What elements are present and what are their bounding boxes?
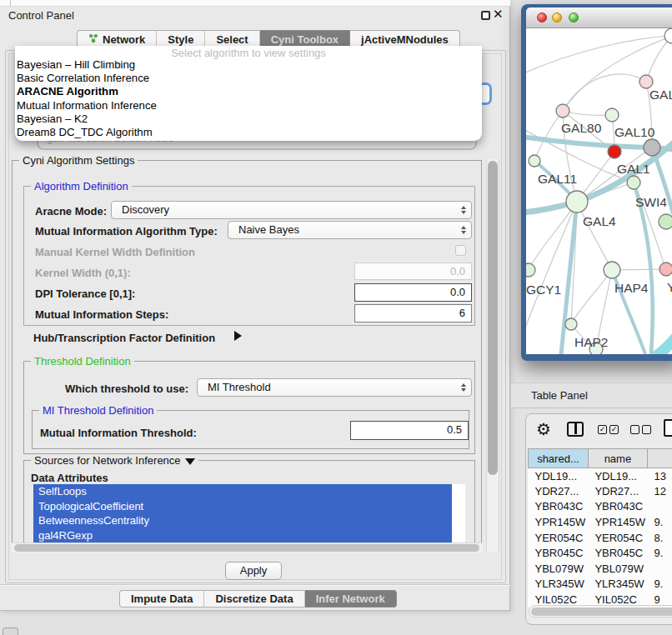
panel-top-notch — [10, 0, 11, 7]
updown-arrows-icon — [461, 383, 466, 392]
table-row[interactable]: YBL079WYBL079W — [529, 561, 672, 577]
table-row[interactable]: YBR045CYBR045C9. — [529, 545, 672, 561]
table-row[interactable]: YDL19...YDL19...13 — [529, 468, 672, 484]
node-SWI4[interactable] — [627, 176, 640, 189]
table-row[interactable]: YDR27...YDR27...12 — [529, 483, 672, 499]
list-item[interactable]: gal4RGexp — [33, 528, 452, 543]
network-canvas[interactable]: GAL GAL80 GAL10 GAL1 GAL11 SWI4 GAL4 GCY… — [526, 28, 672, 354]
settings-gear-icon[interactable]: ⚙ — [536, 419, 551, 439]
minimize-traffic-light-icon[interactable] — [552, 12, 562, 22]
table-horizontal-scrollbar[interactable] — [529, 605, 672, 618]
updown-arrows-icon — [461, 206, 466, 214]
kernel-width-field: 0.0 — [354, 262, 472, 280]
node-gray[interactable] — [644, 139, 660, 156]
vertical-scrollbar-thumb[interactable] — [488, 161, 498, 475]
panel-top-strip — [0, 0, 510, 7]
close-icon[interactable]: ✕ — [493, 7, 504, 22]
table-row[interactable]: YLR345WYLR345W9. — [529, 577, 672, 592]
node-label: GCY1 — [526, 282, 561, 297]
dpi-tolerance-label: DPI Tolerance [0,1]: — [35, 288, 135, 300]
control-panel-title: Control Panel — [8, 9, 74, 22]
dpi-tolerance-field[interactable]: 0.0 — [354, 283, 472, 302]
node-label: Y — [667, 280, 672, 294]
menu-item[interactable]: Dream8 DC_TDC Algorithm — [15, 126, 482, 139]
node-GCY1[interactable] — [526, 263, 535, 277]
node-attribute-table: shared... name YDL19...YDL19...13 YDR27.… — [528, 448, 672, 608]
algorithm-dropdown-menu: Select algorithm to view settings Bayesi… — [15, 46, 482, 141]
node-HAP2[interactable] — [565, 318, 577, 330]
node-label: GAL — [649, 88, 672, 102]
node-GAL10[interactable] — [605, 108, 619, 122]
manual-kernel-label: Manual Kernel Width Definition — [35, 246, 195, 258]
expand-arrow-icon[interactable] — [234, 331, 242, 341]
algorithm-definition-legend: Algorithm Definition — [31, 180, 132, 192]
network-window-titlebar[interactable] — [526, 8, 672, 28]
node-green-right[interactable] — [659, 214, 672, 229]
table-row[interactable]: YBR043CYBR043C — [529, 499, 672, 515]
node-label: GAL10 — [614, 125, 655, 139]
menu-item[interactable]: Mutual Information Inference — [15, 99, 482, 112]
panel-corner-chip[interactable] — [3, 628, 18, 635]
menu-item[interactable]: Bayesian – Hill Climbing — [15, 58, 482, 72]
table-panel-body: ⚙ ✓ ✓ shared... name YDL19...YDL19...13 … — [525, 413, 672, 625]
horizontal-scrollbar-thumb[interactable] — [14, 544, 479, 552]
zoom-traffic-light-icon[interactable] — [569, 12, 579, 22]
desktop: { "control_panel": { "title": "Control P… — [0, 0, 672, 635]
aracne-mode-select[interactable]: Discovery — [111, 201, 472, 219]
table-row[interactable]: YER054CYER054C8. — [529, 530, 672, 546]
node-label: HAP4 — [614, 281, 649, 295]
threshold-definition-legend: Threshold Definition — [31, 355, 134, 368]
table-panel-titlebar: Table Panel — [511, 382, 672, 408]
column-header-partial[interactable] — [647, 449, 672, 468]
mi-type-select[interactable]: Naive Bayes — [228, 221, 472, 239]
aracne-mode-label: Aracne Mode: — [35, 205, 107, 218]
node-GAL4[interactable] — [566, 191, 588, 212]
which-threshold-select[interactable]: MI Threshold — [197, 378, 472, 397]
table-row[interactable]: YPR145WYPR145W9. — [529, 514, 672, 530]
node-label: GAL1 — [617, 162, 650, 176]
new-table-icon[interactable] — [664, 419, 672, 437]
mi-threshold-field[interactable]: 0.5 — [350, 421, 469, 440]
menu-item[interactable]: Bayesian – K2 — [15, 112, 482, 126]
collapse-arrow-icon — [185, 458, 195, 465]
mi-steps-label: Mutual Information Steps: — [35, 308, 168, 321]
bottom-tabs: Impute Data Discretize Data Infer Networ… — [119, 590, 397, 608]
tab-discretize-data[interactable]: Discretize Data — [204, 590, 304, 608]
ghost-text: Inference Algorithm — [40, 78, 133, 90]
thick-teal-edge — [655, 299, 672, 354]
sources-legend[interactable]: Sources for Network Inference — [31, 454, 198, 467]
mi-steps-field[interactable]: 6 — [354, 304, 472, 322]
updown-arrows-icon — [461, 226, 466, 234]
tab-impute-data[interactable]: Impute Data — [119, 590, 204, 608]
float-window-icon[interactable] — [481, 11, 490, 20]
manual-kernel-checkbox[interactable] — [455, 245, 466, 256]
column-header-name[interactable]: name — [588, 449, 647, 468]
dropdown-placeholder: Select algorithm to view settings — [15, 46, 482, 58]
hub-definition-label[interactable]: Hub/Transcription Factor Definition — [33, 332, 215, 344]
network-view-window: GAL GAL80 GAL10 GAL1 GAL11 SWI4 GAL4 GCY… — [521, 4, 672, 361]
kernel-width-label: Kernel Width (0,1): — [35, 267, 131, 279]
tab-infer-network[interactable]: Infer Network — [305, 590, 397, 608]
data-attributes-list: SelfLoops TopologicalCoefficient Between… — [33, 484, 465, 542]
select-all-checked-icon[interactable]: ✓ ✓ — [598, 425, 619, 434]
table-scrollbar-thumb[interactable] — [531, 608, 672, 616]
mi-type-label: Mutual Information Algorithm Type: — [35, 225, 218, 238]
node-GAL11[interactable] — [529, 155, 540, 167]
apply-button[interactable]: Apply — [225, 562, 282, 580]
cyni-settings-legend: Cyni Algorithm Settings — [19, 154, 138, 167]
close-traffic-light-icon[interactable] — [537, 12, 547, 22]
split-panel-icon[interactable] — [567, 422, 584, 437]
node-unlabeled[interactable] — [664, 28, 672, 43]
column-header-shared-name[interactable]: shared... — [529, 449, 589, 468]
list-item[interactable]: TopologicalCoefficient — [33, 499, 452, 514]
node-pink-right[interactable] — [659, 262, 672, 276]
node-GAL80[interactable] — [556, 104, 569, 118]
mi-threshold-legend: MI Threshold Definition — [39, 404, 157, 417]
select-none-icon[interactable] — [630, 425, 651, 434]
node-red-selected[interactable] — [608, 145, 621, 158]
node-HAP4[interactable] — [604, 262, 620, 278]
node-GAL[interactable] — [639, 75, 653, 88]
list-item[interactable]: SelfLoops — [33, 484, 452, 499]
list-item[interactable]: BetweennessCentrality — [33, 513, 452, 528]
node-label: GAL80 — [561, 121, 602, 135]
